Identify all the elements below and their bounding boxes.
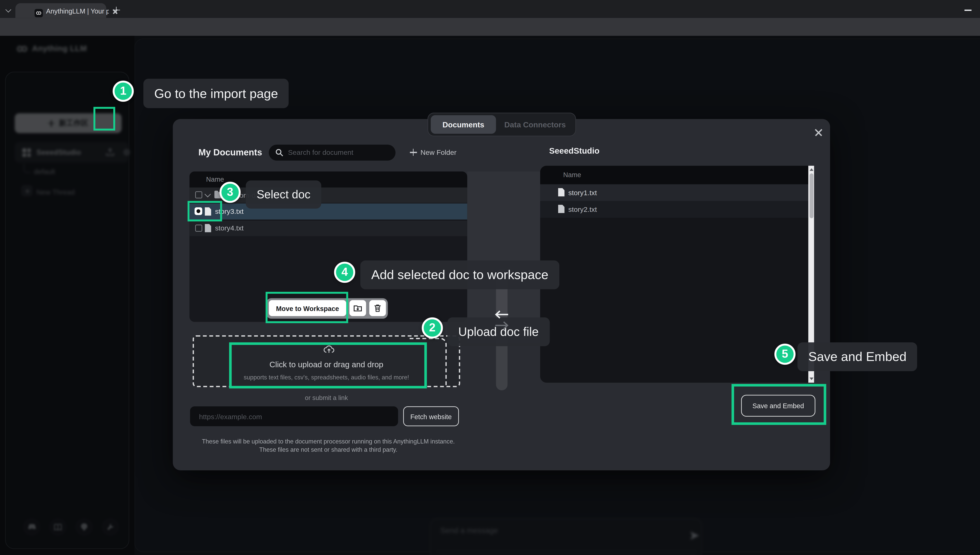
file-name: story4.txt bbox=[215, 224, 244, 232]
search-icon bbox=[275, 149, 284, 157]
tab-title: AnythingLLM | Your pers bbox=[46, 7, 109, 16]
highlight-box-move-button bbox=[266, 292, 348, 323]
file-icon bbox=[205, 224, 211, 232]
step2-badge: 2 bbox=[422, 318, 443, 338]
workspace-row-story1[interactable]: story1.txt bbox=[540, 184, 814, 201]
tab-data-connectors[interactable]: Data Connectors bbox=[496, 115, 574, 134]
step3-label: Select doc bbox=[246, 181, 321, 209]
file-icon bbox=[558, 188, 565, 196]
file-name: story1.txt bbox=[568, 189, 597, 196]
step5-label: Save and Embed bbox=[797, 342, 917, 371]
move-to-folder-button[interactable] bbox=[350, 300, 366, 316]
workspace-documents-table: Name story1.txt story2.txt bbox=[540, 166, 814, 383]
step4-badge: 4 bbox=[334, 262, 355, 283]
new-tab-icon[interactable] bbox=[113, 6, 120, 13]
new-folder-label: New Folder bbox=[420, 149, 457, 156]
my-documents-title: My Documents bbox=[198, 147, 262, 157]
column-name: Name bbox=[563, 171, 581, 178]
workspace-row-story2[interactable]: story2.txt bbox=[540, 201, 814, 218]
tab-documents[interactable]: Documents bbox=[431, 115, 496, 134]
file-icon bbox=[558, 205, 565, 213]
website-url-input[interactable] bbox=[198, 406, 390, 426]
move-right-arrow-icon bbox=[494, 321, 509, 329]
highlight-box-checkbox bbox=[188, 201, 222, 221]
plus-icon bbox=[410, 149, 417, 156]
step1-badge: 1 bbox=[113, 80, 134, 102]
window-restore-button[interactable] bbox=[978, 4, 980, 14]
table-row-story4[interactable]: story4.txt bbox=[189, 221, 467, 236]
step5-badge: 5 bbox=[775, 343, 796, 365]
step1-label: Go to the import page bbox=[143, 79, 289, 108]
document-search[interactable] bbox=[269, 144, 396, 161]
step2-dashed-connector bbox=[410, 338, 447, 387]
browser-toolbar: Not secure 192.168.49.227:3001/workspace… bbox=[0, 18, 980, 36]
search-input[interactable] bbox=[287, 145, 389, 159]
table-row-story3[interactable]: story3.txt bbox=[189, 204, 467, 220]
folder-checkbox[interactable] bbox=[195, 191, 202, 198]
highlight-box-dropzone bbox=[229, 342, 427, 388]
file-name: story2.txt bbox=[568, 205, 597, 213]
tab-search-chevron-icon[interactable] bbox=[5, 6, 11, 13]
step4-label: Add selected doc to workspace bbox=[360, 260, 559, 289]
table-header: Name bbox=[540, 166, 814, 184]
modal-close-icon[interactable] bbox=[814, 128, 823, 137]
anythingllm-favicon-icon bbox=[34, 9, 43, 17]
step3-badge: 3 bbox=[220, 182, 241, 203]
highlight-box-save-button bbox=[731, 384, 826, 425]
chevron-down-icon[interactable] bbox=[204, 191, 211, 197]
scroll-up-icon[interactable] bbox=[809, 168, 813, 171]
disclaimer-line1: These files will be uploaded to the docu… bbox=[189, 438, 467, 445]
column-name: Name bbox=[206, 175, 224, 183]
browser-tab-strip: AnythingLLM | Your pers bbox=[0, 0, 980, 18]
or-submit-link-label: or submit a link bbox=[192, 394, 460, 401]
screen: AnythingLLM | Your pers Not secure 192.1… bbox=[0, 0, 980, 555]
file-checkbox[interactable] bbox=[195, 225, 202, 232]
modal-tabs: Documents Data Connectors bbox=[427, 113, 576, 136]
new-folder-button[interactable]: New Folder bbox=[410, 146, 457, 159]
disclaimer-line2: These files are not sent or shared with … bbox=[189, 446, 467, 453]
scrollbar-thumb[interactable] bbox=[809, 173, 813, 218]
browser-tab[interactable]: AnythingLLM | Your pers bbox=[15, 3, 106, 18]
delete-button[interactable] bbox=[369, 300, 386, 316]
fetch-website-button[interactable]: Fetch website bbox=[403, 406, 459, 426]
move-left-arrow-icon bbox=[494, 310, 509, 319]
highlight-box-upload-icon bbox=[93, 107, 115, 130]
window-minimize-button[interactable] bbox=[961, 4, 975, 14]
workspace-panel-title: SeeedStudio bbox=[549, 146, 600, 156]
website-url-field[interactable] bbox=[190, 406, 398, 426]
scroll-down-icon[interactable] bbox=[809, 378, 813, 380]
